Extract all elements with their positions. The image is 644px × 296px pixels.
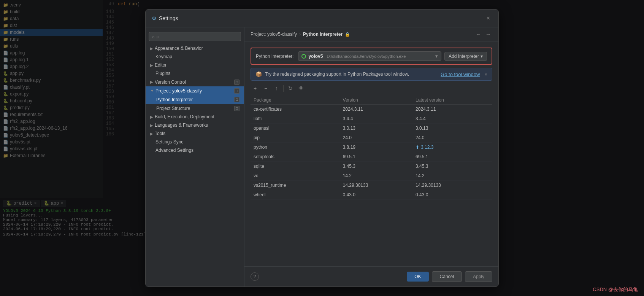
- sidebar-item-appearance[interactable]: ▶ Appearance & Behavior: [146, 44, 244, 53]
- settings-content: Project: yolov5-classify › Python Interp…: [244, 27, 498, 286]
- interpreter-name: yolov5: [308, 54, 323, 59]
- chevron-down-icon: ▾: [435, 53, 438, 59]
- sidebar-item-project-structure[interactable]: Project Structure □: [146, 104, 244, 113]
- dialog-title: Settings: [159, 15, 178, 21]
- expand-arrow-icon: ▶: [150, 80, 153, 84]
- package-table-body: ca-certificates2024.3.112024.3.11libffi3…: [251, 105, 492, 200]
- move-up-button[interactable]: ↑: [272, 84, 281, 93]
- breadcrumb: Project: yolov5-classify › Python Interp…: [251, 32, 350, 37]
- table-row: setuptools69.5.169.5.1: [251, 152, 492, 162]
- package-version: 0.43.0: [340, 190, 412, 200]
- breadcrumb-current: Python Interpreter: [303, 32, 343, 37]
- package-latest: 14.29.30133: [412, 181, 492, 190]
- go-to-tool-window-link[interactable]: Go to tool window: [441, 72, 480, 77]
- expand-arrow-icon: ▶: [150, 132, 153, 136]
- package-latest: 24.0: [412, 133, 492, 143]
- content-main: Python Interpreter: yolov5 D:/skill/anac…: [244, 41, 498, 266]
- col-version: Version: [340, 96, 412, 105]
- settings-icon: ⚙: [152, 15, 157, 21]
- sidebar-item-advanced-settings[interactable]: Advanced Settings: [146, 146, 244, 154]
- content-header: Project: yolov5-classify › Python Interp…: [244, 27, 498, 41]
- add-interpreter-chevron-icon: ▾: [481, 54, 483, 59]
- table-row: openssl3.0.133.0.13: [251, 124, 492, 133]
- toolbar-separator: [283, 85, 284, 92]
- expand-arrow-icon: ▼: [150, 89, 154, 93]
- expand-arrow-icon: ▶: [150, 46, 153, 51]
- settings-overlay: ⚙ Settings × ⌕ ▶ Appearance & Behavior K: [0, 0, 644, 296]
- package-latest: 69.5.1: [412, 152, 492, 162]
- settings-sidebar: ⌕ ▶ Appearance & Behavior Keymap ▶ Edito…: [146, 27, 244, 286]
- search-input[interactable]: [156, 34, 238, 39]
- ok-button[interactable]: OK: [407, 272, 428, 282]
- close-button[interactable]: ×: [484, 14, 492, 22]
- interpreter-select[interactable]: yolov5 D:/skill/anaconda3/envs/yolov5/py…: [298, 51, 441, 61]
- settings-dialog: ⚙ Settings × ⌕ ▶ Appearance & Behavior K: [145, 9, 499, 287]
- package-toolbar: + − ↑ ↻ 👁: [251, 84, 492, 93]
- info-banner-text: Try the redesigned packaging support in …: [265, 72, 438, 77]
- forward-arrow[interactable]: →: [484, 30, 492, 38]
- package-version: 3.0.13: [340, 124, 412, 133]
- interpreter-path: D:/skill/anaconda3/envs/yolov5/python.ex…: [327, 54, 406, 59]
- table-row: libffi3.4.43.4.4: [251, 114, 492, 124]
- package-latest: 3.0.13: [412, 124, 492, 133]
- package-name: python: [251, 143, 340, 152]
- sidebar-item-project[interactable]: ▼ Project: yolov5-classify □: [146, 86, 244, 95]
- package-latest: 3.45.3: [412, 162, 492, 171]
- sidebar-item-settings-sync[interactable]: Settings Sync: [146, 138, 244, 146]
- package-version: 3.4.4: [340, 114, 412, 124]
- package-name: pip: [251, 133, 340, 143]
- expand-arrow-icon: ▶: [150, 63, 153, 67]
- sidebar-item-keymap[interactable]: Keymap: [146, 53, 244, 61]
- expand-arrow-icon: ▶: [150, 123, 153, 127]
- package-name: ca-certificates: [251, 105, 340, 114]
- expand-arrow-icon: ▶: [150, 115, 153, 119]
- add-interpreter-button[interactable]: Add Interpreter ▾: [444, 52, 487, 61]
- package-latest: 14.2: [412, 171, 492, 181]
- table-row: sqlite3.45.33.45.3: [251, 162, 492, 171]
- col-package: Package: [251, 96, 340, 105]
- package-name: sqlite: [251, 162, 340, 171]
- package-version: 14.29.30133: [340, 181, 412, 190]
- sidebar-item-plugins[interactable]: Plugins: [146, 69, 244, 78]
- table-header: Package Version Latest version: [251, 96, 492, 105]
- info-banner-close[interactable]: ×: [484, 72, 487, 77]
- col-latest: Latest version: [412, 96, 492, 105]
- add-package-button[interactable]: +: [251, 84, 260, 93]
- package-name: wheel: [251, 190, 340, 200]
- table-row: python3.8.19⬆3.12.3: [251, 143, 492, 152]
- refresh-button[interactable]: ↻: [286, 84, 295, 93]
- sidebar-item-tools[interactable]: ▶ Tools: [146, 129, 244, 138]
- package-table: Package Version Latest version ca-certif…: [251, 96, 492, 200]
- package-name: vs2015_runtime: [251, 181, 340, 190]
- breadcrumb-separator: ›: [299, 32, 301, 37]
- package-latest: ⬆3.12.3: [412, 143, 492, 152]
- watermark: CSDN @去你的乌龟: [593, 286, 638, 293]
- sidebar-item-editor[interactable]: ▶ Editor: [146, 61, 244, 69]
- package-name: vc: [251, 171, 340, 181]
- badge-icon: □: [234, 97, 240, 102]
- sidebar-item-languages[interactable]: ▶ Languages & Frameworks: [146, 121, 244, 129]
- apply-button[interactable]: Apply: [465, 271, 492, 282]
- help-button[interactable]: ?: [251, 272, 259, 281]
- interpreter-label: Python Interpreter:: [256, 54, 293, 59]
- update-arrow-icon: ⬆: [416, 145, 419, 150]
- back-arrow[interactable]: ←: [474, 30, 482, 38]
- dialog-footer: ? OK Cancel Apply: [244, 266, 498, 286]
- package-version: 3.45.3: [340, 162, 412, 171]
- sidebar-item-build[interactable]: ▶ Build, Execution, Deployment: [146, 113, 244, 121]
- sidebar-item-version-control[interactable]: ▶ Version Control □: [146, 78, 244, 86]
- lock-icon: 🔒: [345, 32, 350, 37]
- package-version: 69.5.1: [340, 152, 412, 162]
- sidebar-item-python-interpreter[interactable]: Python Interpreter □: [146, 95, 244, 104]
- package-latest: 2024.3.11: [412, 105, 492, 114]
- table-row: wheel0.43.00.43.0: [251, 190, 492, 200]
- eye-button[interactable]: 👁: [297, 84, 306, 93]
- package-latest: 3.4.4: [412, 114, 492, 124]
- badge-icon: □: [234, 88, 240, 94]
- remove-package-button[interactable]: −: [261, 84, 270, 93]
- cancel-button[interactable]: Cancel: [432, 271, 462, 282]
- info-banner: 📦 Try the redesigned packaging support i…: [251, 68, 492, 81]
- package-latest: 0.43.0: [412, 190, 492, 200]
- dialog-body: ⌕ ▶ Appearance & Behavior Keymap ▶ Edito…: [146, 27, 498, 286]
- search-box[interactable]: ⌕: [149, 32, 241, 41]
